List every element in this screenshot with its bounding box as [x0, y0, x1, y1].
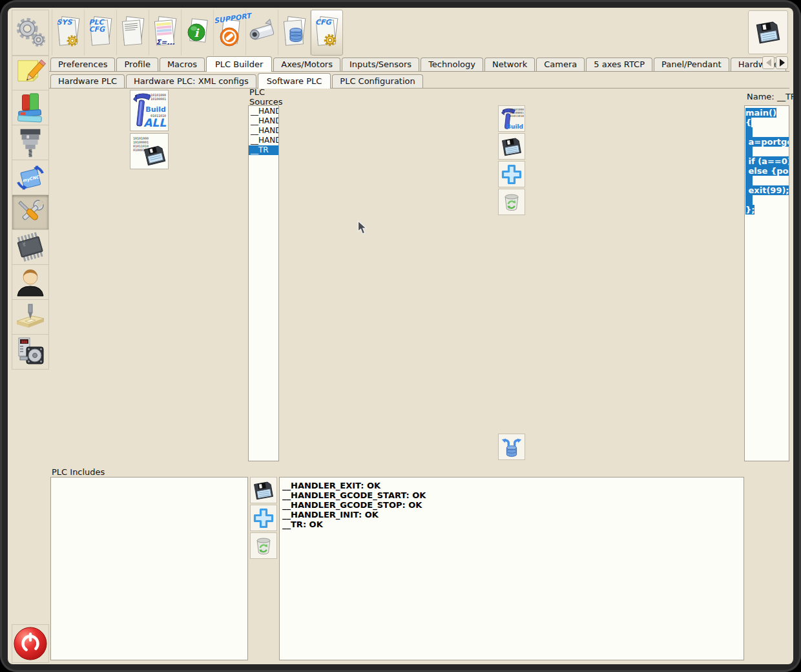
- blank-doc-icon: [119, 15, 147, 51]
- code-line: a=portget (0x406);: [745, 137, 789, 147]
- trash-icon: [501, 191, 523, 213]
- tab-scroll-left-button[interactable]: [762, 56, 775, 69]
- log-line: __HANDLER_EXIT: OK: [282, 481, 741, 490]
- mycnc-rotate-icon: myCNC: [14, 161, 47, 194]
- macro-list-button[interactable]: Σ=...: [149, 10, 182, 56]
- tools-icon: [14, 196, 47, 229]
- sidebar-item-spindle[interactable]: [12, 125, 49, 160]
- tab-macros[interactable]: Macros: [160, 58, 205, 71]
- source-item-tr[interactable]: __TR: [249, 145, 278, 155]
- camera-button[interactable]: [246, 10, 278, 56]
- tab-scroll-right-button[interactable]: [776, 56, 788, 69]
- stepper-motor-icon: 888: [14, 335, 47, 369]
- plc-sources-list[interactable]: __HANDLER_EXIT__HANDLER_GCODE_START__HAN…: [248, 105, 279, 461]
- database-doc-button[interactable]: [278, 10, 311, 56]
- support-button[interactable]: SUPPORT: [214, 10, 246, 56]
- tab-inputs-sensors[interactable]: Inputs/Sensors: [342, 58, 419, 71]
- subtab-hardware-plc[interactable]: Hardware PLC: [50, 74, 125, 88]
- info-icon: i: [184, 16, 211, 50]
- settings-gears-button[interactable]: [12, 10, 49, 56]
- gold-gear-icon: [66, 34, 79, 47]
- chevron-right-icon: [780, 59, 785, 67]
- save-floppy-icon: [500, 135, 523, 158]
- binary-text: 1010100010100001: [151, 93, 166, 101]
- plc-includes-list[interactable]: [50, 477, 248, 660]
- tab-network[interactable]: Network: [484, 58, 535, 71]
- tab-camera[interactable]: Camera: [536, 58, 585, 71]
- build-button[interactable]: 101010001010000101011010 Build: [498, 105, 525, 132]
- build-output-log[interactable]: __HANDLER_EXIT: OK__HANDLER_GCODE_START:…: [279, 477, 744, 660]
- top-toolbar: SYS: [8, 8, 793, 56]
- sidebar-item-motor[interactable]: 888: [12, 335, 49, 370]
- plc-cfg-label: PLCCFG: [89, 19, 105, 33]
- name-value: __TR: [777, 92, 793, 101]
- sum-doc-icon: Σ=...: [151, 15, 180, 51]
- exit-power-button[interactable]: [12, 624, 49, 663]
- tab-technology[interactable]: Technology: [421, 58, 483, 71]
- subtab-plc-configuration[interactable]: PLC Configuration: [332, 74, 422, 88]
- source-item-handler-gcode-start[interactable]: __HANDLER_GCODE_START: [249, 116, 278, 126]
- log-line: __HANDLER_GCODE_STOP: OK: [282, 500, 741, 510]
- sidebar-item-tools[interactable]: [12, 195, 49, 230]
- delete-include-button[interactable]: [250, 532, 277, 559]
- sidebar-spacer: [12, 370, 49, 624]
- save-all-button[interactable]: [748, 10, 788, 54]
- sidebar-item-chip[interactable]: MC: [12, 230, 49, 265]
- tab-panel-pendant[interactable]: Panel/Pendant: [654, 58, 729, 71]
- toolbar-icon-group: SYS: [52, 10, 343, 56]
- sidebar-item-notes[interactable]: [12, 56, 49, 90]
- sidebar-item-user[interactable]: [12, 265, 49, 300]
- tab-5-axes-rtcp[interactable]: 5 axes RTCP: [586, 58, 652, 71]
- software-plc-workspace: PLC Sources Name: __TR Aliases:: [49, 89, 789, 664]
- code-line: };: [745, 205, 789, 215]
- add-include-button[interactable]: [250, 505, 277, 531]
- tab-axes-motors[interactable]: Axes/Motors: [273, 58, 340, 71]
- plc-builder-subtab-bar: Hardware PLCHardware PLC: XML configsSof…: [49, 72, 789, 89]
- info-button[interactable]: i: [182, 10, 214, 56]
- source-item-handler-gcode-stop[interactable]: __HANDLER_GCODE_STOP: [249, 126, 278, 136]
- subtab-hardware-plc-xml-configs[interactable]: Hardware PLC: XML configs: [126, 74, 256, 88]
- add-source-button[interactable]: [498, 161, 525, 187]
- build-all-button[interactable]: 1010100010100001 Build 01011010 ALL: [130, 90, 169, 131]
- sidebar-item-engrave[interactable]: [12, 300, 49, 335]
- includes-tool-column: [248, 477, 279, 660]
- source-item-handler-exit[interactable]: __HANDLER_EXIT: [249, 107, 278, 116]
- delete-source-button[interactable]: [498, 189, 525, 215]
- subtab-software-plc[interactable]: Software PLC: [258, 73, 331, 89]
- plc-includes-label: PLC Includes: [50, 461, 248, 477]
- sidebar-item-mycnc-rotate[interactable]: myCNC: [12, 160, 49, 195]
- add-plus-icon: [252, 507, 275, 530]
- plc-cfg-button[interactable]: PLCCFG: [85, 10, 117, 56]
- power-icon: [13, 626, 48, 661]
- sys-label: SYS: [57, 19, 72, 26]
- chevron-left-icon: [766, 59, 771, 67]
- cfg-button[interactable]: CFG: [311, 10, 343, 56]
- user-icon: [14, 266, 47, 299]
- plc-code-editor[interactable]: main(){ a=portget (0x406); if (a==0) {po…: [744, 105, 789, 461]
- tab-profile[interactable]: Profile: [116, 58, 158, 71]
- export-sources-button[interactable]: [498, 434, 525, 460]
- save-binary-button[interactable]: 10101000101000010101101001000111: [130, 133, 169, 169]
- add-plus-icon: [500, 163, 523, 186]
- code-line: [745, 176, 789, 185]
- sidebar-item-docs[interactable]: [12, 90, 49, 125]
- save-source-button[interactable]: [498, 133, 525, 160]
- text-doc-button[interactable]: [117, 10, 149, 56]
- build-all-word2: ALL: [143, 116, 166, 129]
- tab-scroll-buttons: [762, 56, 788, 69]
- name-label-value: Name: __TR: [747, 92, 793, 101]
- svg-text:888: 888: [21, 339, 27, 343]
- sys-config-button[interactable]: SYS: [52, 10, 85, 56]
- save-floppy-icon: [754, 18, 782, 47]
- left-sidebar: myCNC: [8, 56, 49, 664]
- save-include-button[interactable]: [250, 477, 277, 503]
- spindle-icon: [14, 127, 47, 159]
- camera-icon: [247, 18, 278, 48]
- tab-plc-builder[interactable]: PLC Builder: [206, 56, 272, 72]
- main-column: PreferencesProfileMacrosPLC BuilderAxes/…: [49, 56, 793, 664]
- code-line: else {portclr(6);};: [745, 166, 789, 176]
- tab-preferences[interactable]: Preferences: [50, 58, 115, 71]
- source-item-handler-init[interactable]: __HANDLER_INIT: [249, 136, 278, 145]
- app-surface: SYS: [8, 8, 793, 664]
- code-line: [745, 127, 789, 137]
